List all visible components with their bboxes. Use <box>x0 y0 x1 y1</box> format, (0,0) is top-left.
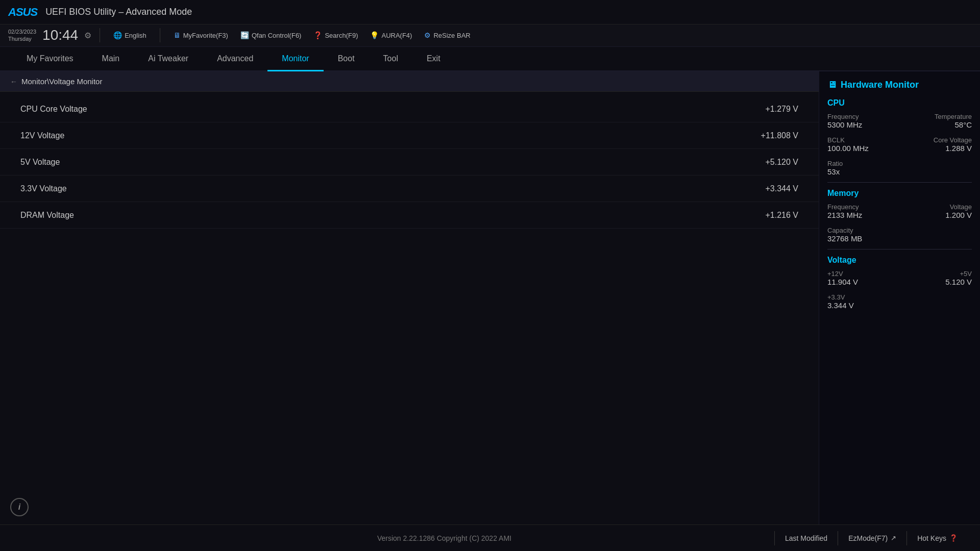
sidebar-title: 🖥 Hardware Monitor <box>827 80 972 90</box>
ezmode-button[interactable]: EzMode(F7) ↗ <box>838 531 906 545</box>
sidebar-value-core-voltage: 1.288 V <box>934 144 972 153</box>
voltage-value-33v: +3.344 V <box>737 184 798 193</box>
sidebar-label-cpu-freq: Frequency <box>827 113 862 120</box>
toolbar-aura[interactable]: 💡 AURA(F4) <box>365 29 417 41</box>
voltage-label-dram: DRAM Voltage <box>20 211 737 220</box>
sidebar-divider-1 <box>827 182 972 183</box>
toolbar-divider-2 <box>160 28 160 42</box>
sidebar-value-plus5v: 5.120 V <box>945 278 972 286</box>
toolbar-english[interactable]: 🌐 English <box>108 29 152 41</box>
toolbar-resizebar[interactable]: ⚙ ReSize BAR <box>419 29 475 41</box>
toolbar-english-label: English <box>125 32 146 39</box>
hotkeys-button[interactable]: Hot Keys ❓ <box>906 531 968 545</box>
nav-main[interactable]: Main <box>88 47 134 71</box>
toolbar-left: 02/23/2023 Thursday 10:44 ⚙ 🌐 English 🖥 … <box>8 26 476 44</box>
footer-right: Last Modified EzMode(F7) ↗ Hot Keys ❓ <box>774 531 968 545</box>
aura-icon: 💡 <box>370 31 379 39</box>
sidebar-divider-2 <box>827 249 972 249</box>
time-block[interactable]: 10:44 ⚙ <box>42 26 91 44</box>
sidebar-label-bclk: BCLK <box>827 136 869 144</box>
sidebar-value-cpu-temp: 58°C <box>935 120 972 129</box>
voltage-label-33v: 3.3V Voltage <box>20 184 737 193</box>
nav-tool[interactable]: Tool <box>369 47 412 71</box>
toolbar-divider-1 <box>100 28 100 42</box>
sidebar-section-memory: Memory <box>827 189 972 198</box>
sidebar-title-text: Hardware Monitor <box>841 80 919 90</box>
toolbar-aura-label: AURA(F4) <box>381 32 412 39</box>
bios-title: UEFI BIOS Utility – Advanced Mode <box>45 7 192 17</box>
hotkeys-icon: ❓ <box>949 534 958 542</box>
back-arrow-icon[interactable]: ← <box>10 78 17 86</box>
sidebar-row-mem-freq: Frequency 2133 MHz Voltage 1.200 V <box>827 203 972 223</box>
voltage-value-dram: +1.216 V <box>737 211 798 220</box>
search-icon: ❓ <box>313 31 322 39</box>
sidebar-label-cpu-temp: Temperature <box>935 113 972 120</box>
sidebar-label-plus33v: +3.3V <box>827 293 972 301</box>
resizebar-icon: ⚙ <box>424 31 431 39</box>
sidebar-row-ratio: Ratio 53x <box>827 160 972 176</box>
table-row[interactable]: CPU Core Voltage +1.279 V <box>0 96 819 122</box>
time-display: 10:44 <box>42 26 78 44</box>
sidebar-value-bclk: 100.00 MHz <box>827 144 869 153</box>
nav-exit[interactable]: Exit <box>412 47 455 71</box>
toolbar: 02/23/2023 Thursday 10:44 ⚙ 🌐 English 🖥 … <box>0 24 980 47</box>
content-area: ← Monitor\Voltage Monitor CPU Core Volta… <box>0 71 819 524</box>
nav-monitor[interactable]: Monitor <box>267 47 323 71</box>
myfavorite-icon: 🖥 <box>174 31 181 39</box>
sidebar-row-capacity: Capacity 32768 MB <box>827 227 972 243</box>
day-display: Thursday <box>8 35 36 42</box>
nav-advanced[interactable]: Advanced <box>203 47 267 71</box>
toolbar-search[interactable]: ❓ Search(F9) <box>308 29 363 41</box>
sidebar-label-plus12v: +12V <box>827 270 858 278</box>
toolbar-qfan[interactable]: 🔄 Qfan Control(F6) <box>235 29 307 41</box>
table-row[interactable]: 12V Voltage +11.808 V <box>0 122 819 149</box>
nav-menu: My Favorites Main Ai Tweaker Advanced Mo… <box>0 47 980 71</box>
toolbar-resizebar-label: ReSize BAR <box>433 32 470 39</box>
table-row[interactable]: DRAM Voltage +1.216 V <box>0 202 819 229</box>
sidebar-row-cpu-bclk: BCLK 100.00 MHz Core Voltage 1.288 V <box>827 136 972 157</box>
nav-aitweaker[interactable]: Ai Tweaker <box>134 47 203 71</box>
sidebar-row-cpu-freq: Frequency 5300 MHz Temperature 58°C <box>827 113 972 133</box>
voltage-label-12v: 12V Voltage <box>20 131 737 140</box>
sidebar-section-cpu: CPU <box>827 98 972 108</box>
header: ASUS UEFI BIOS Utility – Advanced Mode <box>0 0 980 24</box>
sidebar-value-mem-voltage: 1.200 V <box>945 211 972 219</box>
breadcrumb: Monitor\Voltage Monitor <box>21 77 102 86</box>
sidebar-section-voltage: Voltage <box>827 256 972 265</box>
gear-icon[interactable]: ⚙ <box>84 31 91 40</box>
voltage-value-cpu: +1.279 V <box>737 105 798 114</box>
last-modified-label: Last Modified <box>785 534 827 542</box>
asus-logo: ASUS <box>8 6 37 19</box>
sidebar-value-mem-freq: 2133 MHz <box>827 211 862 219</box>
date-display: 02/23/2023 <box>8 28 36 35</box>
sidebar-value-capacity: 32768 MB <box>827 234 972 243</box>
sidebar-label-core-voltage: Core Voltage <box>934 136 972 144</box>
sidebar-label-mem-voltage: Voltage <box>945 203 972 211</box>
sidebar-row-33v: +3.3V 3.344 V <box>827 293 972 310</box>
toolbar-myfavorite-label: MyFavorite(F3) <box>183 32 228 39</box>
sidebar-label-plus5v: +5V <box>945 270 972 278</box>
hotkeys-label: Hot Keys <box>917 534 946 542</box>
footer: Version 2.22.1286 Copyright (C) 2022 AMI… <box>0 524 980 551</box>
nav-myfavorites[interactable]: My Favorites <box>12 47 88 71</box>
monitor-icon: 🖥 <box>827 80 837 90</box>
sidebar-value-plus33v: 3.344 V <box>827 301 972 310</box>
qfan-icon: 🔄 <box>240 31 249 39</box>
sidebar-row-12v-5v: +12V 11.904 V +5V 5.120 V <box>827 270 972 290</box>
voltage-value-12v: +11.808 V <box>737 131 798 140</box>
sidebar-label-mem-freq: Frequency <box>827 203 862 211</box>
last-modified-button[interactable]: Last Modified <box>774 531 838 545</box>
main-layout: ← Monitor\Voltage Monitor CPU Core Volta… <box>0 71 980 524</box>
table-row[interactable]: 3.3V Voltage +3.344 V <box>0 176 819 202</box>
sidebar-value-ratio: 53x <box>827 167 972 176</box>
info-button[interactable]: i <box>10 498 29 516</box>
ezmode-icon: ↗ <box>891 534 896 542</box>
nav-boot[interactable]: Boot <box>324 47 369 71</box>
sidebar-value-cpu-freq: 5300 MHz <box>827 120 862 129</box>
datetime-block: 02/23/2023 Thursday <box>8 28 36 43</box>
toolbar-myfavorite[interactable]: 🖥 MyFavorite(F3) <box>168 29 233 41</box>
footer-version: Version 2.22.1286 Copyright (C) 2022 AMI <box>114 534 774 542</box>
toolbar-qfan-label: Qfan Control(F6) <box>252 32 302 39</box>
table-row[interactable]: 5V Voltage +5.120 V <box>0 149 819 176</box>
sidebar-label-ratio: Ratio <box>827 160 972 167</box>
